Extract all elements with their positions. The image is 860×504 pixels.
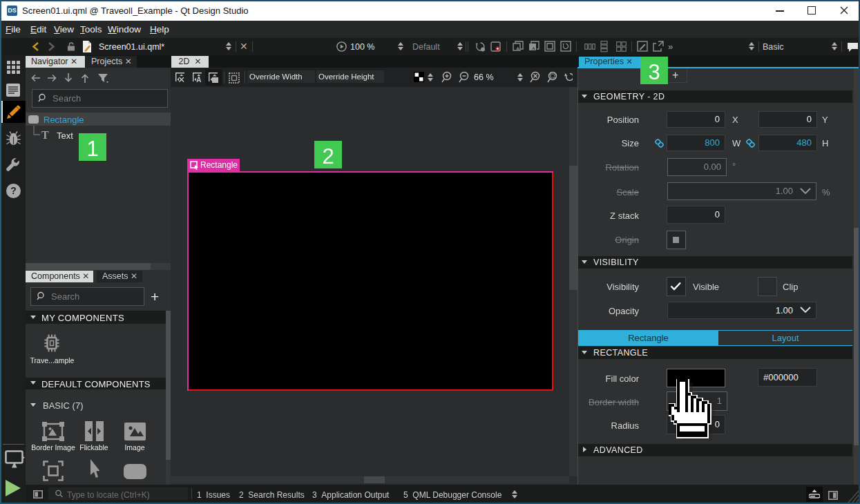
svg-text:2: 2 (322, 144, 334, 168)
svg-text:3: 3 (648, 60, 660, 84)
svg-text:1: 1 (86, 137, 98, 161)
svg-text:A: A (196, 76, 201, 84)
